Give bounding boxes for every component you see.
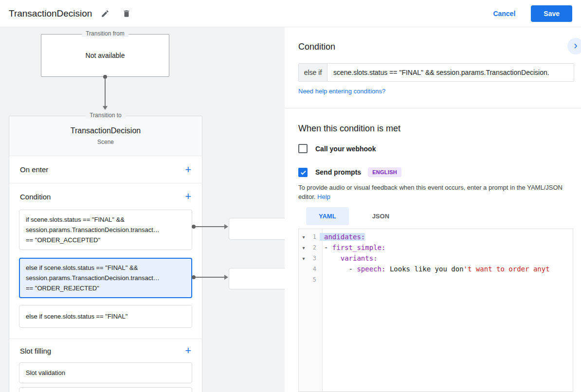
delete-scene-button[interactable] <box>118 5 135 22</box>
prompt-description-text: To provide audio or visual feedback when… <box>298 184 563 200</box>
chevron-right-icon: › <box>574 40 577 51</box>
edge-line <box>195 277 224 278</box>
condition-section-header: Condition + <box>9 183 202 210</box>
condition-line: else if scene.slots.status == "FINAL" && <box>26 263 185 273</box>
webhook-label: Call your webhook <box>315 145 376 153</box>
transition-to-label: Transition to <box>86 112 126 119</box>
scene-canvas: Transition from Not available Transition… <box>0 27 285 392</box>
condition-line: == "ORDER_ACCEPTED" <box>26 235 185 245</box>
connector-line <box>105 78 106 106</box>
code-line[interactable]: ▾ 3 variants: <box>299 253 573 264</box>
editor-tabs: YAML JSON <box>306 207 402 225</box>
yaml-string: 't want to order anyt <box>464 265 550 273</box>
target-node[interactable] <box>229 218 285 240</box>
add-slot-button[interactable]: + <box>185 346 191 356</box>
panel-condition-heading: Condition <box>298 42 335 52</box>
yaml-punct: - <box>324 244 332 251</box>
transition-from-box: Transition from Not available <box>41 34 169 77</box>
yaml-indent <box>324 254 341 262</box>
edge-arrowhead-icon <box>224 224 228 229</box>
code-line[interactable]: ▾ 1 andidates: <box>299 232 573 242</box>
when-condition-heading: When this condition is met <box>298 124 400 134</box>
slot-filling-label: Slot filling <box>20 347 51 355</box>
condition-line: session.params.TransactionDecision.trans… <box>26 225 185 235</box>
add-on-enter-button[interactable]: + <box>185 165 191 175</box>
line-number: 5 <box>309 276 320 283</box>
on-enter-label: On enter <box>20 165 48 174</box>
code-text: andidates: <box>320 233 365 241</box>
condition-item-final[interactable]: else if scene.slots.status == "FINAL" <box>19 305 192 328</box>
scene-card-header: TransactionDecision Scene <box>9 116 202 156</box>
fold-arrow-icon[interactable]: ▾ <box>299 256 309 261</box>
code-text: variants: <box>320 254 378 262</box>
on-enter-section: On enter + <box>9 156 202 183</box>
condition-item-rejected[interactable]: else if scene.slots.status == "FINAL" &&… <box>19 258 192 298</box>
transition-to-card: Transition to TransactionDecision Scene … <box>9 116 202 392</box>
edge-arrowhead-icon <box>224 275 228 280</box>
yaml-indent: - <box>324 265 357 273</box>
language-badge: ENGLISH <box>368 167 401 177</box>
next-item-partial[interactable] <box>19 387 192 392</box>
target-node[interactable] <box>229 268 285 289</box>
yaml-key: variants: <box>341 254 378 262</box>
line-number: 4 <box>309 266 320 272</box>
edge-line <box>195 226 224 227</box>
condition-line: if scene.slots.status == "FINAL" && <box>26 214 185 225</box>
condition-line: session.params.TransactionDecision.trans… <box>26 273 185 283</box>
page-title: TransactionDecision <box>9 8 92 19</box>
condition-section-label: Condition <box>20 193 51 201</box>
yaml-code-editor[interactable]: ▾ 1 andidates: ▾ 2 - first_simple: ▾ 3 v… <box>298 229 573 392</box>
condition-help-link[interactable]: Need help entering conditions? <box>298 88 385 95</box>
prompt-description: To provide audio or visual feedback when… <box>298 183 569 201</box>
line-number: 1 <box>309 233 320 240</box>
edit-title-button[interactable] <box>97 5 113 22</box>
expand-panel-button[interactable]: › <box>567 38 581 54</box>
condition-line: else if scene.slots.status == "FINAL" <box>26 311 185 321</box>
save-button[interactable]: Save <box>531 5 572 22</box>
add-condition-button[interactable]: + <box>185 192 191 201</box>
yaml-value: Looks like you don <box>385 265 463 273</box>
scene-name: TransactionDecision <box>71 126 141 135</box>
slot-validation-item[interactable]: Slot validation <box>19 362 192 383</box>
connector-arrowhead-icon <box>103 106 108 110</box>
line-number: 2 <box>309 244 320 251</box>
transition-from-label: Transition from <box>82 30 128 37</box>
condition-expression-input[interactable] <box>327 64 574 81</box>
check-icon <box>301 169 306 175</box>
fold-arrow-icon[interactable]: ▾ <box>299 245 309 250</box>
condition-line: == "ORDER_REJECTED" <box>26 283 185 293</box>
line-number: 3 <box>309 255 320 262</box>
code-line[interactable]: ▾ 2 - first_simple: <box>299 242 573 253</box>
pencil-icon <box>101 9 109 18</box>
main-area: Transition from Not available Transition… <box>0 27 581 392</box>
yaml-key: andidates: <box>324 233 365 241</box>
yaml-key: first_simple: <box>332 244 386 251</box>
condition-editor-row: else if <box>298 63 574 82</box>
send-prompts-checkbox[interactable] <box>298 168 308 177</box>
condition-item-accepted[interactable]: if scene.slots.status == "FINAL" && sess… <box>19 210 192 250</box>
webhook-checkbox[interactable] <box>298 144 308 153</box>
tab-yaml[interactable]: YAML <box>306 207 349 225</box>
tab-json[interactable]: JSON <box>360 207 402 225</box>
help-link[interactable]: Help <box>317 193 330 200</box>
transition-from-content: Not available <box>41 35 169 76</box>
code-text: - speech: Looks like you don't want to o… <box>320 265 550 273</box>
code-line[interactable]: 4 - speech: Looks like you don't want to… <box>299 264 573 274</box>
send-prompts-row: Send prompts ENGLISH <box>298 167 401 177</box>
send-prompts-label: Send prompts <box>315 168 361 176</box>
scene-type: Scene <box>97 139 114 145</box>
webhook-row: Call your webhook <box>298 144 376 153</box>
code-text: - first_simple: <box>320 244 385 251</box>
panel-divider <box>285 108 581 108</box>
fold-arrow-icon[interactable]: ▾ <box>299 234 309 240</box>
trash-icon <box>122 9 131 18</box>
cancel-button[interactable]: Cancel <box>493 10 515 18</box>
yaml-key: speech: <box>357 265 385 273</box>
slot-filling-section-header: Slot filling + <box>9 339 202 362</box>
top-bar: TransactionDecision Cancel Save <box>0 0 581 27</box>
code-line[interactable]: 5 <box>299 274 573 285</box>
condition-operator[interactable]: else if <box>299 64 327 81</box>
condition-detail-panel: Condition › else if Need help entering c… <box>285 27 581 392</box>
